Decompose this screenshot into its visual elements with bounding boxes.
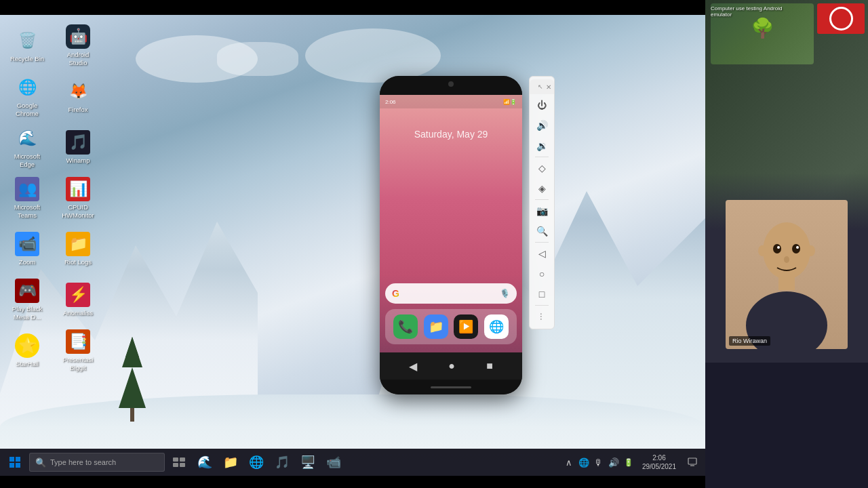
icon-ms-teams[interactable]: 👥 Microsoft Teams [3, 174, 51, 222]
icon-playblack[interactable]: 🎮 Play Black Mesa D... [3, 276, 51, 323]
icon-android-studio[interactable]: 🤖 Android Studio [54, 22, 102, 69]
svg-rect-4 [173, 458, 178, 462]
icon-firefox[interactable]: 🦊 Firefox [54, 73, 102, 120]
tray-mic-icon[interactable]: 🎙 [592, 455, 606, 469]
phone-nav-bar: ◀ ● ■ [380, 352, 522, 380]
riot-label: Riot Logs [64, 258, 92, 266]
taskbar-clock[interactable]: 2:06 29/05/2021 [638, 453, 680, 471]
phone-signal: 📶🔋 [503, 99, 517, 105]
person-container: Rio Wirawan [726, 200, 848, 349]
emu-zoom-btn[interactable]: 🔍 [532, 222, 551, 241]
emu-rotate-right-btn[interactable]: ◈ [532, 179, 551, 198]
zoom-icon: 📹 [15, 232, 39, 256]
emu-vol-down-btn[interactable]: 🔉 [532, 136, 551, 155]
emu-vol-up-btn[interactable]: 🔊 [532, 116, 551, 135]
icon-recycle-bin[interactable]: 🗑️ Recycle Bin [3, 22, 51, 69]
explorer-taskbar-btn[interactable]: 📁 [219, 451, 242, 473]
teams-label: Microsoft Teams [6, 203, 48, 219]
tray-battery-icon[interactable]: 🔋 [622, 455, 635, 469]
emu-screenshot-btn[interactable]: 📷 [532, 201, 551, 220]
close-emu-icon[interactable]: ✕ [546, 83, 551, 91]
pptx-label: Presentasi Biggit [57, 356, 99, 371]
task-view-btn[interactable] [167, 451, 191, 473]
phone-top-bar [380, 76, 522, 95]
nav-back[interactable]: ◀ [409, 360, 417, 373]
taskbar-search[interactable]: 🔍 Type here to search [29, 453, 165, 472]
emu-divider-2 [535, 199, 549, 200]
chrome-taskbar-btn[interactable]: 🌐 [245, 451, 268, 473]
teams-icon: 👥 [15, 177, 39, 201]
emu-power-btn[interactable]: ⏻ [532, 96, 551, 115]
icon-starhall[interactable]: ⭐ StarHall [3, 327, 51, 374]
mic-icon[interactable]: 🎙️ [500, 289, 510, 298]
video-text-overlay: Computer use testing Android emulator [711, 5, 792, 18]
chrome-label: Google Chrome [6, 102, 48, 117]
phone-search-bar[interactable]: G 🎙️ [385, 283, 517, 304]
icon-winamp[interactable]: 🎵 Winamp [54, 123, 102, 171]
icon-pptx[interactable]: 📑 Presentasi Biggit [54, 327, 102, 374]
firefox-icon: 🦊 [66, 79, 90, 104]
red-circle-icon [829, 7, 853, 30]
emu-recents-btn[interactable]: □ [532, 285, 551, 304]
emu-more-btn[interactable]: ··· [532, 307, 551, 326]
svg-point-19 [807, 245, 815, 256]
android-studio-icon: 🤖 [66, 24, 90, 49]
tray-sound-icon[interactable]: 🔊 [607, 455, 620, 469]
tray-up-arrow[interactable]: ∧ [562, 455, 576, 469]
video-overlay-text: Computer use testing Android emulator [711, 5, 782, 18]
nav-home[interactable]: ● [448, 360, 455, 372]
svg-rect-1 [16, 457, 20, 462]
phone-emulator[interactable]: 2:06 📶🔋 Saturday, May 29 G 🎙️ 📞 📁 ▶️ 🌐 [380, 76, 536, 394]
cpu-icon: 📊 [66, 177, 90, 201]
icon-riot-logs[interactable]: 📁 Riot Logs [54, 225, 102, 272]
svg-rect-7 [180, 463, 185, 467]
video-main-panel: 🌳 Computer use testing Android emulator [705, 0, 868, 363]
nav-recents[interactable]: ■ [486, 360, 493, 372]
dock-files[interactable]: 📁 [424, 314, 448, 339]
desktop: 🗑️ Recycle Bin 🤖 Android Studio 🌐 Google… [0, 15, 705, 476]
emu-back-btn[interactable]: ◁ [532, 244, 551, 263]
svg-rect-3 [16, 463, 20, 468]
phone-frame: 2:06 📶🔋 Saturday, May 29 G 🎙️ 📞 📁 ▶️ 🌐 [380, 76, 522, 394]
svg-point-13 [773, 244, 781, 253]
notification-btn[interactable] [683, 453, 702, 472]
icon-anomaliss[interactable]: ⚡ Anomaliss [54, 276, 102, 323]
svg-point-14 [792, 244, 800, 253]
video-person: Rio Wirawan [705, 173, 868, 363]
google-g-icon: G [392, 288, 399, 299]
edge-label: Microsoft Edge [6, 152, 48, 168]
search-text: Type here to search [50, 458, 116, 466]
edge-taskbar-btn[interactable]: 🌊 [193, 451, 216, 473]
dock-chrome[interactable]: 🌐 [484, 314, 509, 339]
video-bottom-panel [705, 363, 868, 488]
system-tray: ∧ 🌐 🎙 🔊 🔋 [562, 455, 635, 469]
dock-phone[interactable]: 📞 [393, 314, 418, 339]
emu-rotate-left-btn[interactable]: ◇ [532, 159, 551, 178]
tray-network-icon[interactable]: 🌐 [577, 455, 591, 469]
emu-home-btn[interactable]: ○ [532, 264, 551, 283]
app5-taskbar-btn[interactable]: 🎵 [271, 451, 294, 473]
phone-date: Saturday, May 29 [380, 129, 522, 140]
home-indicator [431, 386, 471, 388]
icon-google-chrome[interactable]: 🌐 Google Chrome [3, 73, 51, 120]
search-icon: 🔍 [35, 458, 46, 468]
person-silhouette [726, 200, 848, 349]
phone-screen[interactable]: 2:06 📶🔋 Saturday, May 29 G 🎙️ 📞 📁 ▶️ 🌐 [380, 95, 522, 352]
app6-taskbar-btn[interactable]: 🖥️ [296, 451, 319, 473]
android-studio-label: Android Studio [57, 51, 99, 66]
edge-icon: 🌊 [15, 126, 39, 150]
icon-zoom[interactable]: 📹 Zoom [3, 225, 51, 272]
icon-cpu-hwmonitor[interactable]: 📊 CPUID HWMonitor [54, 174, 102, 222]
anomaliss-label: Anomaliss [63, 309, 93, 317]
svg-rect-12 [778, 273, 795, 290]
zoom-taskbar-btn[interactable]: 📹 [322, 451, 345, 473]
winamp-label: Winamp [66, 157, 90, 164]
chrome-icon: 🌐 [15, 75, 39, 100]
dock-play[interactable]: ▶️ [454, 314, 478, 339]
phone-time: 2:06 [385, 99, 396, 105]
svg-point-17 [784, 256, 789, 263]
icon-ms-edge[interactable]: 🌊 Microsoft Edge [3, 123, 51, 171]
playblack-icon: 🎮 [15, 279, 39, 303]
svg-rect-8 [688, 458, 696, 464]
start-button[interactable] [3, 451, 26, 473]
